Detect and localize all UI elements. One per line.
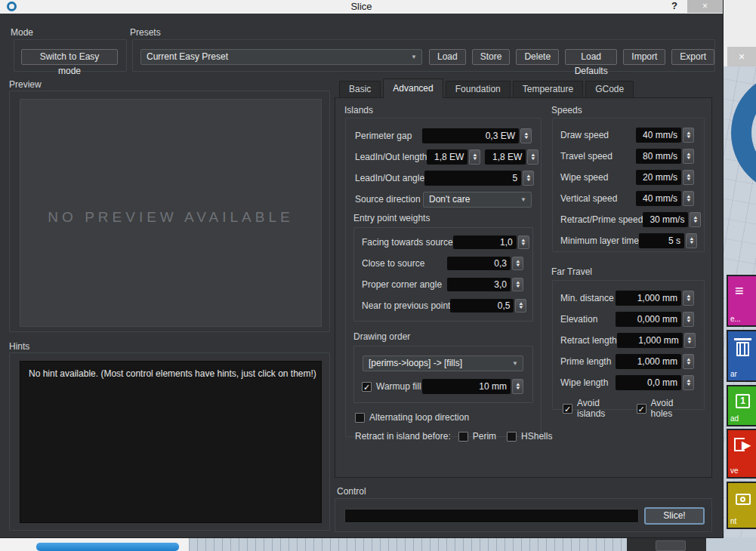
proper-corner-angle-input[interactable]: 3,0 xyxy=(447,278,511,291)
delete-button[interactable]: Delete xyxy=(516,49,559,65)
clear-sidebar-button[interactable]: ar xyxy=(727,330,756,382)
alternating-loop-checkbox[interactable] xyxy=(355,413,365,423)
spinner-down-icon[interactable]: ▼ xyxy=(520,242,526,246)
tab-advanced[interactable]: Advanced xyxy=(383,78,443,98)
warmup-fill-checkbox[interactable]: ✓ xyxy=(362,382,372,392)
perimeter-gap-input[interactable]: 0,3 EW xyxy=(422,128,519,143)
retract-prime-speed-spinner[interactable]: ▲▼ xyxy=(690,212,701,227)
background-3d-viewport[interactable]: ≡ e... ar 1 ad ▶ ve nt ⚙ ons xyxy=(722,66,756,537)
vertical-speed-input[interactable]: 40 mm/s xyxy=(636,191,681,206)
background-toolbar-button[interactable] xyxy=(656,540,686,551)
background-layer-slider[interactable] xyxy=(189,537,627,551)
leadinout-angle-spinner[interactable]: ▲▼ xyxy=(523,171,534,186)
avoid-holes-checkbox[interactable]: ✓ xyxy=(637,404,646,414)
spinner-down-icon[interactable]: ▼ xyxy=(686,319,692,323)
min-distance-input[interactable]: 1,000 mm xyxy=(616,291,681,306)
titlebar[interactable]: Slice ? × xyxy=(0,0,723,14)
drawing-order-select[interactable]: [perims->loops] -> [fills] ▼ xyxy=(363,356,523,371)
source-direction-select[interactable]: Don't care ▼ xyxy=(423,192,532,208)
help-icon[interactable]: ? xyxy=(671,0,677,11)
load-sidebar-button[interactable]: 1 ad xyxy=(727,385,756,426)
facing-towards-source-spinner[interactable]: ▲▼ xyxy=(518,235,529,249)
elevation-spinner[interactable]: ▲▼ xyxy=(683,312,694,327)
close-to-source-spinner[interactable]: ▲▼ xyxy=(512,257,523,270)
min-distance-spinner[interactable]: ▲▼ xyxy=(683,291,694,306)
spinner-down-icon[interactable]: ▼ xyxy=(693,220,699,223)
warmup-fill-label: Warmup fill xyxy=(376,381,421,392)
close-to-source-input[interactable]: 0,3 xyxy=(447,257,511,270)
leadinout-angle-input[interactable]: 5 xyxy=(424,171,521,186)
spinner-down-icon[interactable]: ▼ xyxy=(686,177,692,181)
background-toolbar xyxy=(627,537,706,551)
wipe-length-input[interactable]: 0,0 mm xyxy=(616,375,681,390)
spinner-down-icon[interactable]: ▼ xyxy=(515,285,521,288)
retract-length-input[interactable]: 1,000 mm xyxy=(617,333,683,348)
slice-button[interactable]: Slice! xyxy=(644,507,705,525)
load-button[interactable]: Load xyxy=(429,49,466,65)
load-defaults-button[interactable]: Load Defaults xyxy=(565,49,617,65)
switch-easy-mode-button[interactable]: Switch to Easy mode xyxy=(21,49,118,65)
perimeter-gap-spinner[interactable]: ▲▼ xyxy=(520,128,532,143)
spinner-down-icon[interactable]: ▼ xyxy=(515,386,521,390)
near-previous-point-input[interactable]: 0,5 xyxy=(450,299,514,312)
spinner-down-icon[interactable]: ▼ xyxy=(686,362,692,365)
spinner-down-icon[interactable]: ▼ xyxy=(686,156,692,160)
entry-point-weights-label: Entry point weights xyxy=(353,213,532,223)
travel-speed-spinner[interactable]: ▲▼ xyxy=(683,149,694,164)
tab-gcode[interactable]: GCode xyxy=(585,81,634,97)
store-button[interactable]: Store xyxy=(472,49,511,65)
leadinout-length-input-2[interactable]: 1,8 EW xyxy=(485,149,526,165)
spinner-down-icon[interactable]: ▼ xyxy=(686,135,692,139)
vertical-speed-spinner[interactable]: ▲▼ xyxy=(683,191,694,206)
retract-before-perim-checkbox[interactable] xyxy=(458,432,468,442)
draw-speed-input[interactable]: 40 mm/s xyxy=(636,128,681,143)
import-button[interactable]: Import xyxy=(623,49,665,65)
leadinout-length-spinner-2[interactable]: ▲▼ xyxy=(527,149,538,165)
wipe-speed-spinner[interactable]: ▲▼ xyxy=(683,170,694,185)
travel-speed-input[interactable]: 80 mm/s xyxy=(636,149,681,164)
print-sidebar-button[interactable]: nt xyxy=(727,482,756,529)
hint-text: No hint available. (Most control element… xyxy=(29,368,316,379)
draw-speed-spinner[interactable]: ▲▼ xyxy=(683,128,694,143)
minimum-layer-time-spinner[interactable]: ▲▼ xyxy=(686,233,697,248)
spinner-down-icon[interactable]: ▼ xyxy=(687,340,693,344)
avoid-islands-checkbox[interactable]: ✓ xyxy=(563,404,572,414)
avoid-holes-label: Avoid holes xyxy=(651,398,694,419)
prime-length-spinner[interactable]: ▲▼ xyxy=(683,354,694,369)
leadinout-length-spinner-1[interactable]: ▲▼ xyxy=(469,149,480,165)
spinner-down-icon[interactable]: ▼ xyxy=(686,298,692,302)
spinner-down-icon[interactable]: ▼ xyxy=(686,199,692,202)
spinner-down-icon[interactable]: ▼ xyxy=(518,306,524,309)
retract-length-spinner[interactable]: ▲▼ xyxy=(684,333,696,348)
leadinout-length-input-1[interactable]: 1,8 EW xyxy=(427,149,467,165)
tab-basic[interactable]: Basic xyxy=(339,81,381,97)
tab-temperature[interactable]: Temperature xyxy=(513,81,583,97)
warmup-fill-spinner[interactable]: ▲▼ xyxy=(512,379,523,394)
slice-sidebar-button[interactable]: ≡ e... xyxy=(727,275,756,327)
save-sidebar-button[interactable]: ▶ ve xyxy=(727,429,756,479)
spinner-down-icon[interactable]: ▼ xyxy=(472,157,478,161)
background-close-icon[interactable]: × xyxy=(727,47,756,66)
tab-foundation[interactable]: Foundation xyxy=(446,81,511,97)
spinner-down-icon[interactable]: ▼ xyxy=(526,178,532,182)
close-icon[interactable]: × xyxy=(687,0,723,13)
retract-before-hshells-checkbox[interactable] xyxy=(507,432,517,442)
spinner-down-icon[interactable]: ▼ xyxy=(689,241,695,245)
wipe-speed-input[interactable]: 20 mm/s xyxy=(636,170,681,185)
facing-towards-source-input[interactable]: 1,0 xyxy=(453,235,517,249)
near-previous-point-spinner[interactable]: ▲▼ xyxy=(515,299,526,312)
elevation-input[interactable]: 0,000 mm xyxy=(616,312,681,327)
warmup-fill-input[interactable]: 10 mm xyxy=(422,379,511,394)
wipe-length-spinner[interactable]: ▲▼ xyxy=(683,375,694,390)
prime-length-input[interactable]: 1,000 mm xyxy=(616,354,681,369)
export-button[interactable]: Export xyxy=(671,49,714,65)
preset-select[interactable]: Current Easy Preset ▼ xyxy=(140,49,422,65)
presets-group: Current Easy Preset ▼ Load Store Delete … xyxy=(132,39,715,72)
spinner-down-icon[interactable]: ▼ xyxy=(515,263,521,267)
spinner-down-icon[interactable]: ▼ xyxy=(686,383,692,386)
spinner-down-icon[interactable]: ▼ xyxy=(530,157,536,161)
minimum-layer-time-input[interactable]: 5 s xyxy=(639,233,684,248)
spinner-down-icon[interactable]: ▼ xyxy=(523,136,529,140)
retract-prime-speed-input[interactable]: 30 mm/s xyxy=(643,212,688,227)
proper-corner-angle-spinner[interactable]: ▲▼ xyxy=(512,278,523,291)
